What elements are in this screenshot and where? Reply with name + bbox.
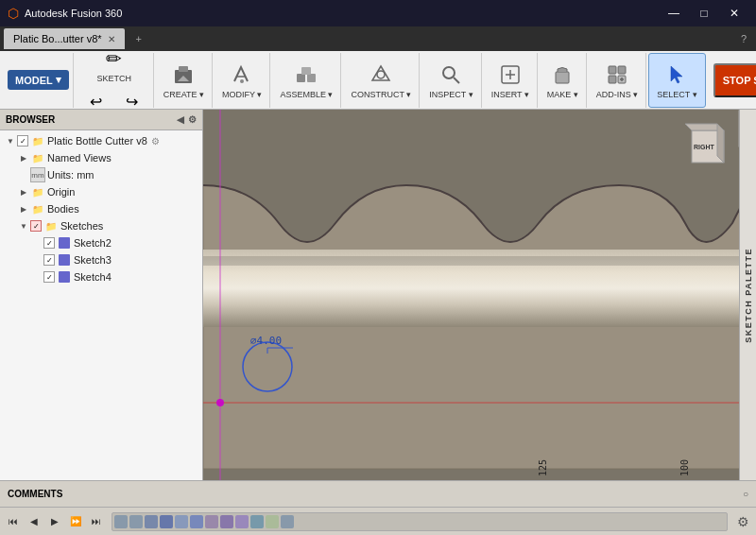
- tree-item-sketch4[interactable]: ▶ ✓ Sketch4: [0, 268, 202, 285]
- browser-settings-icon[interactable]: ⚙: [188, 114, 197, 125]
- timeline-start-button[interactable]: ⏮: [4, 512, 23, 531]
- construct-button[interactable]: CONSTRUCT ▾: [347, 60, 415, 101]
- viewport[interactable]: ⌀4.00 125 100 ▶▶ RIGHT SKETCH PALETTE: [203, 110, 756, 480]
- expand-arrow-root[interactable]: ▼: [4, 137, 17, 146]
- assemble-group: ASSEMBLE ▾: [272, 53, 341, 108]
- construct-label: CONSTRUCT ▾: [351, 90, 411, 99]
- comments-bar: COMMENTS ○: [0, 480, 756, 507]
- tree-label-origin: Origin: [47, 186, 75, 198]
- model-group: MODEL ▾: [4, 53, 74, 108]
- svg-point-8: [443, 67, 455, 78]
- tree-item-sketch2[interactable]: ▶ ✓ Sketch2: [0, 234, 202, 251]
- doc-icon-units: mm: [30, 167, 45, 182]
- timeline-marker-3[interactable]: [145, 515, 158, 528]
- sketch-icon-sketch3: [57, 252, 72, 268]
- root-settings-icon[interactable]: ⚙: [151, 136, 160, 147]
- timeline-track[interactable]: [112, 512, 728, 531]
- checkbox-sketch2[interactable]: ✓: [43, 237, 55, 249]
- timeline-prev-button[interactable]: ◀: [25, 512, 43, 531]
- expand-arrow-named-views[interactable]: ▶: [17, 154, 30, 163]
- toolbar: MODEL ▾ ✏ SKETCH ↩ ↪: [0, 51, 756, 110]
- expand-arrow-sketches[interactable]: ▼: [17, 222, 30, 231]
- svg-rect-5: [307, 74, 316, 82]
- checkbox-sketch3[interactable]: ✓: [43, 254, 55, 266]
- tree-item-root[interactable]: ▼ ✓ 📁 Platic Bottle Cutter v8 ⚙: [0, 132, 202, 149]
- timeline-marker-6[interactable]: [190, 515, 203, 528]
- timeline-next-button[interactable]: ⏩: [66, 512, 85, 531]
- select-group: SELECT ▾: [648, 53, 705, 108]
- checkbox-root[interactable]: ✓: [17, 135, 28, 147]
- tree-item-sketches[interactable]: ▼ ✓ 📁 Sketches: [0, 217, 202, 234]
- timeline-end-button[interactable]: ⏭: [87, 512, 106, 531]
- tree-label-named-views: Named Views: [47, 152, 112, 164]
- timeline-marker-1[interactable]: [114, 515, 128, 528]
- svg-line-9: [454, 78, 459, 83]
- timeline-marker-5[interactable]: [175, 515, 188, 528]
- select-button[interactable]: SELECT ▾: [653, 60, 700, 101]
- main-area: BROWSER ◀ ⚙ ▼ ✓ 📁 Platic Bottle Cutter v…: [0, 110, 756, 480]
- expand-arrow-sketch2: ▶: [30, 239, 43, 248]
- timeline-settings-button[interactable]: ⚙: [733, 512, 752, 531]
- expand-arrow-origin[interactable]: ▶: [17, 188, 30, 197]
- svg-point-3: [240, 79, 244, 83]
- timeline-marker-9[interactable]: [235, 515, 249, 528]
- view-cube[interactable]: RIGHT: [680, 119, 735, 174]
- checkbox-sketch4[interactable]: ✓: [43, 271, 55, 283]
- comments-circle-icon[interactable]: ○: [743, 489, 748, 499]
- tree-item-named-views[interactable]: ▶ 📁 Named Views: [0, 149, 202, 166]
- tree-item-origin[interactable]: ▶ 📁 Origin: [0, 183, 202, 200]
- tab-label: Platic Bo...utter v8*: [13, 33, 102, 44]
- new-tab-icon: +: [136, 33, 142, 44]
- expand-arrow-bodies[interactable]: ▶: [17, 205, 30, 214]
- close-button[interactable]: ✕: [720, 4, 748, 23]
- browser-collapse-icon[interactable]: ◀: [177, 114, 184, 125]
- modify-button[interactable]: MODIFY ▾: [218, 60, 266, 101]
- tree-label-sketch3: Sketch3: [74, 254, 112, 266]
- make-button[interactable]: MAKE ▾: [543, 60, 582, 101]
- inspect-group: INSPECT ▾: [421, 53, 481, 108]
- help-button[interactable]: ?: [735, 33, 752, 44]
- timeline-marker-7[interactable]: [205, 515, 218, 528]
- tree-item-bodies[interactable]: ▶ 📁 Bodies: [0, 200, 202, 217]
- create-label: CREATE ▾: [163, 90, 204, 99]
- sketch-button[interactable]: ✏ SKETCH: [93, 43, 135, 85]
- checkbox-sketches[interactable]: ✓: [30, 220, 42, 232]
- stop-sketch-button[interactable]: STOP SKETCH: [713, 63, 756, 97]
- create-button[interactable]: CREATE ▾: [160, 60, 208, 101]
- make-icon: [549, 61, 576, 88]
- timeline-marker-11[interactable]: [266, 515, 279, 528]
- inspect-label: INSPECT ▾: [429, 90, 472, 99]
- sketch-palette-panel: SKETCH PALETTE: [739, 110, 756, 480]
- insert-group: INSERT ▾: [484, 53, 538, 108]
- assemble-button[interactable]: ASSEMBLE ▾: [276, 60, 336, 101]
- title-bar: ⬡ Autodesk Fusion 360 — □ ✕: [0, 0, 756, 26]
- browser-title: BROWSER: [6, 114, 55, 125]
- expand-arrow-units: ▶: [17, 171, 30, 180]
- svg-rect-14: [609, 66, 616, 74]
- timeline-marker-4[interactable]: [160, 515, 173, 528]
- inspect-button[interactable]: INSPECT ▾: [425, 60, 476, 101]
- tree-item-sketch3[interactable]: ▶ ✓ Sketch3: [0, 251, 202, 268]
- svg-rect-6: [301, 67, 311, 75]
- model-button[interactable]: MODEL ▾: [8, 70, 69, 90]
- timeline-marker-8[interactable]: [220, 515, 233, 528]
- create-group: CREATE ▾: [156, 53, 213, 108]
- timeline-marker-2[interactable]: [129, 515, 143, 528]
- maximize-button[interactable]: □: [690, 4, 718, 23]
- timeline-marker-10[interactable]: [250, 515, 264, 528]
- tree-item-units[interactable]: ▶ mm Units: mm: [0, 166, 202, 183]
- tree-label-units: Units: mm: [47, 169, 94, 181]
- sketch-group: ✏ SKETCH ↩ ↪: [76, 53, 154, 108]
- timeline-marker-12[interactable]: [281, 515, 294, 528]
- select-icon: [664, 61, 691, 88]
- timeline-play-button[interactable]: ▶: [45, 512, 64, 531]
- minimize-button[interactable]: —: [660, 4, 688, 23]
- construct-group: CONSTRUCT ▾: [343, 53, 420, 108]
- model-label: MODEL: [15, 75, 53, 86]
- tree-label-sketches: Sketches: [60, 220, 103, 232]
- svg-rect-4: [297, 74, 305, 82]
- addins-button[interactable]: ADD-INS ▾: [593, 60, 643, 101]
- svg-rect-15: [618, 66, 626, 74]
- insert-button[interactable]: INSERT ▾: [488, 60, 533, 101]
- make-group: MAKE ▾: [540, 53, 587, 108]
